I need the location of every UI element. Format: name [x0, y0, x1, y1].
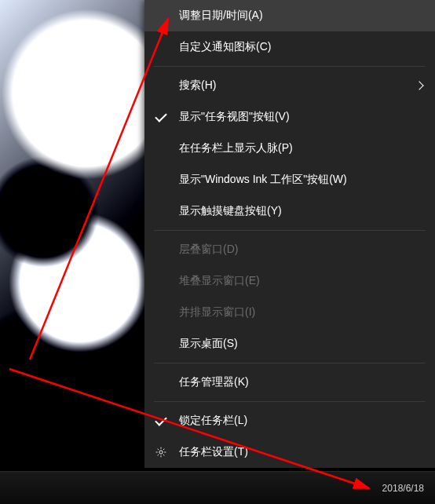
- taskbar-clock[interactable]: 2018/6/18: [382, 483, 424, 494]
- menu-item-show-windows-side-by-side: 并排显示窗口(I): [144, 297, 435, 328]
- menu-item-label: 在任务栏上显示人脉(P): [179, 141, 293, 155]
- menu-item-label: 并排显示窗口(I): [179, 305, 255, 320]
- menu-item-label: 任务栏设置(T): [179, 445, 248, 459]
- menu-item-show-windows-ink-button[interactable]: 显示"Windows Ink 工作区"按钮(W): [144, 164, 435, 195]
- gear-icon: [154, 445, 168, 459]
- menu-item-taskbar-settings[interactable]: 任务栏设置(T): [144, 436, 435, 468]
- checkmark-icon: [154, 110, 168, 124]
- menu-item-label: 任务管理器(K): [179, 375, 249, 389]
- checkmark-icon: [154, 414, 168, 428]
- menu-item-lock-taskbar[interactable]: 锁定任务栏(L): [144, 405, 435, 436]
- menu-item-label: 堆叠显示窗口(E): [179, 274, 260, 288]
- svg-point-0: [159, 451, 163, 454]
- menu-item-label: 层叠窗口(D): [179, 243, 238, 257]
- menu-separator: [154, 230, 426, 231]
- menu-item-show-windows-stacked: 堆叠显示窗口(E): [144, 265, 435, 297]
- menu-separator: [154, 401, 426, 402]
- menu-item-search[interactable]: 搜索(H): [144, 70, 435, 101]
- menu-item-label: 锁定任务栏(L): [179, 414, 247, 428]
- chevron-right-icon: [416, 82, 422, 89]
- taskbar-context-menu: 调整日期/时间(A) 自定义通知图标(C) 搜索(H) 显示"任务视图"按钮(V…: [144, 0, 435, 468]
- desktop-wallpaper: [0, 0, 144, 471]
- menu-item-label: 搜索(H): [179, 79, 216, 93]
- taskbar[interactable]: 2018/6/18: [0, 471, 435, 504]
- menu-item-label: 显示桌面(S): [179, 337, 238, 351]
- menu-item-show-people-on-taskbar[interactable]: 在任务栏上显示人脉(P): [144, 133, 435, 164]
- menu-separator: [154, 66, 426, 67]
- menu-item-adjust-datetime[interactable]: 调整日期/时间(A): [144, 0, 435, 31]
- menu-separator: [154, 363, 426, 363]
- menu-item-show-task-view-button[interactable]: 显示"任务视图"按钮(V): [144, 101, 435, 133]
- menu-item-label: 显示"Windows Ink 工作区"按钮(W): [179, 173, 347, 187]
- menu-item-show-desktop[interactable]: 显示桌面(S): [144, 328, 435, 360]
- taskbar-date: 2018/6/18: [382, 483, 424, 494]
- menu-item-label: 调整日期/时间(A): [179, 9, 263, 23]
- submenu-indicator: [416, 82, 422, 89]
- menu-item-show-touch-keyboard-button[interactable]: 显示触摸键盘按钮(Y): [144, 195, 435, 227]
- menu-item-label: 显示触摸键盘按钮(Y): [179, 204, 282, 218]
- menu-item-cascade-windows: 层叠窗口(D): [144, 234, 435, 265]
- menu-item-task-manager[interactable]: 任务管理器(K): [144, 367, 435, 398]
- menu-item-customize-notification-icons[interactable]: 自定义通知图标(C): [144, 31, 435, 63]
- menu-item-label: 显示"任务视图"按钮(V): [179, 110, 290, 124]
- menu-item-label: 自定义通知图标(C): [179, 40, 271, 54]
